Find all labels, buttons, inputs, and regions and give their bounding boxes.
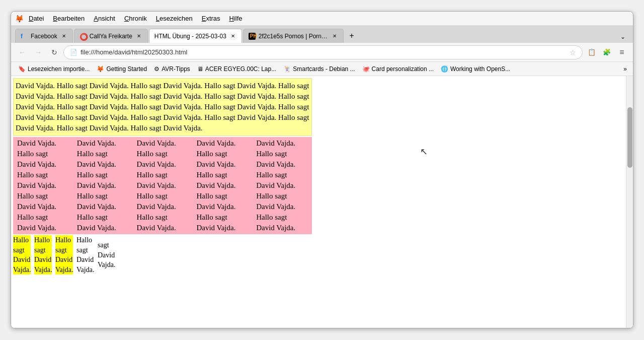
bookmark-smartcards-icon: 🃏 [283, 65, 291, 73]
opera-tab-icon: ⭕ [79, 33, 87, 40]
menu-bar: 🦊 Datei Bearbeiten Ansicht Chronik Lesez… [11, 12, 633, 26]
html-content: David Vajda. Hallo sagt David Vajda. Hal… [11, 76, 626, 278]
bookmark-card-personalization[interactable]: 🐙 Card personalization ... [359, 64, 437, 74]
tab-html-uebung-close[interactable]: ✕ [229, 33, 236, 40]
menu-button[interactable]: ≡ [615, 45, 629, 59]
tab-facebook[interactable]: f Facebook ✕ [15, 29, 73, 43]
bookmarks-bar: 🔖 Lesezeichen importie... 🦊 Getting Star… [11, 62, 633, 76]
bookmark-lesezeichen-importie-label: Lesezeichen importie... [28, 65, 90, 73]
address-lock-icon: 📄 [70, 49, 77, 56]
menu-datei[interactable]: Datei [25, 13, 48, 24]
new-tab-button[interactable]: + [345, 29, 359, 43]
menu-hilfe[interactable]: Hilfe [225, 13, 247, 24]
address-text: file:///home/david/html20250303.html [80, 48, 567, 56]
tab-html-uebung[interactable]: HTML Übung - 2025-03-03 ✕ [149, 29, 242, 43]
tab-pornhub[interactable]: PH 2f2c1e5s Pornos | Pornhu ✕ [243, 29, 344, 43]
tab-callya-close[interactable]: ✕ [135, 33, 142, 40]
bookmark-smartcards-label: Smartcards - Debian ... [293, 65, 355, 73]
yellow-paragraph: David Vajda. Hallo sagt David Vajda. Hal… [13, 78, 312, 136]
bookmark-acer-label: ACER EGYEG.00C: Lap... [205, 65, 276, 73]
overlap-col-4: HallosagtDavidVajda. [76, 235, 94, 275]
tab-pornhub-close[interactable]: ✕ [331, 33, 338, 40]
ph-tab-icon: PH [249, 33, 256, 40]
address-bar[interactable]: 📄 file:///home/david/html20250303.html ☆ [63, 45, 583, 59]
tab-callya-label: CallYa Freikarte [90, 33, 132, 40]
bookmark-avr-tipps[interactable]: ⚙ AVR-Tipps [151, 64, 193, 74]
bookmark-lesezeichen-importie[interactable]: 🔖 Lesezeichen importie... [15, 64, 93, 74]
table-cell-2: David Vajda.Hallo sagtDavid Vajda.Hallo … [73, 137, 133, 234]
address-star-icon[interactable]: ☆ [570, 48, 576, 56]
bookmark-getting-started-icon: 🦊 [97, 65, 104, 73]
page-content[interactable]: David Vajda. Hallo sagt David Vajda. Hal… [11, 76, 626, 328]
bookmark-getting-started[interactable]: 🦊 Getting Started [94, 64, 150, 74]
bookmark-working-with-opens-icon: 🌐 [441, 65, 448, 73]
nav-right-buttons: 📋 🧩 ≡ [585, 45, 629, 59]
table-cell-5: David Vajda.Hallo sagtDavid Vajda.Hallo … [252, 137, 312, 234]
reload-button[interactable]: ↻ [47, 45, 61, 59]
firefox-icon: 🦊 [15, 15, 24, 23]
table-cell-1: David Vajda.Hallo sagtDavid Vajda.Hallo … [13, 137, 73, 234]
bookmark-acer-icon: 🖥 [197, 65, 203, 73]
table-row: David Vajda.Hallo sagtDavid Vajda.Hallo … [13, 137, 312, 234]
bookmark-working-with-opens[interactable]: 🌐 Working with OpenS... [438, 64, 513, 74]
browser-window: 🦊 Datei Bearbeiten Ansicht Chronik Lesez… [11, 11, 633, 328]
menu-bearbeiten[interactable]: Bearbeiten [49, 13, 89, 24]
menu-extras[interactable]: Extras [198, 13, 224, 24]
content-area: David Vajda. Hallo sagt David Vajda. Hal… [11, 76, 633, 328]
overlap-col-5: sagtDavidVajda. [98, 240, 115, 270]
bookmark-smartcards[interactable]: 🃏 Smartcards - Debian ... [280, 64, 358, 74]
bookmark-working-with-opens-label: Working with OpenS... [450, 65, 510, 73]
nav-bar: ← → ↻ 📄 file:///home/david/html20250303.… [11, 43, 633, 62]
tab-html-uebung-label: HTML Übung - 2025-03-03 [154, 33, 226, 40]
overlap-col-3: HallosagtDavidVajda. [55, 235, 73, 275]
bookmark-card-personalization-icon: 🐙 [362, 65, 370, 73]
tab-list-button[interactable]: ⌄ [617, 31, 629, 43]
bookmark-card-personalization-label: Card personalization ... [372, 65, 434, 73]
pink-table: David Vajda.Hallo sagtDavid Vajda.Hallo … [13, 137, 312, 234]
tab-bar: f Facebook ✕ ⭕ CallYa Freikarte ✕ HTML Ü… [11, 26, 633, 43]
table-cell-4: David Vajda.Hallo sagtDavid Vajda.Hallo … [192, 137, 252, 234]
bookmark-avr-tipps-icon: ⚙ [154, 65, 159, 73]
tab-facebook-close[interactable]: ✕ [60, 33, 67, 40]
menu-lesezeichen[interactable]: Lesezeichen [152, 13, 197, 24]
menu-ansicht[interactable]: Ansicht [90, 13, 119, 24]
bookmarks-more-button[interactable]: » [621, 64, 629, 74]
tab-callya[interactable]: ⭕ CallYa Freikarte ✕ [74, 29, 148, 43]
tab-facebook-label: Facebook [31, 33, 57, 40]
menu-chronik[interactable]: Chronik [120, 13, 151, 24]
bookmark-getting-started-label: Getting Started [106, 65, 147, 73]
overlap-col-2: HallosagtDavidVajda. [34, 235, 52, 275]
bookmark-avr-tipps-label: AVR-Tipps [162, 65, 190, 73]
overlap-col-1: HallosagtDavidVajda. [13, 235, 31, 275]
bookmark-acer[interactable]: 🖥 ACER EGYEG.00C: Lap... [194, 64, 279, 74]
scrollbar-thumb[interactable] [627, 107, 632, 168]
overlap-area: HallosagtDavidVajda. HallosagtDavidVajda… [13, 235, 312, 276]
back-button[interactable]: ← [15, 45, 29, 59]
table-cell-3: David Vajda.Hallo sagtDavid Vajda.Hallo … [133, 137, 193, 234]
forward-button[interactable]: → [31, 45, 45, 59]
scrollbar[interactable] [626, 76, 633, 328]
yellow-para-text: David Vajda. Hallo sagt David Vajda. Hal… [16, 82, 309, 132]
pocket-button[interactable]: 📋 [585, 45, 599, 59]
bookmark-lesezeichen-importie-icon: 🔖 [18, 65, 26, 73]
extensions-button[interactable]: 🧩 [600, 45, 614, 59]
tab-pornhub-label: 2f2c1e5s Pornos | Pornhu [259, 33, 328, 40]
facebook-tab-icon: f [21, 33, 28, 40]
